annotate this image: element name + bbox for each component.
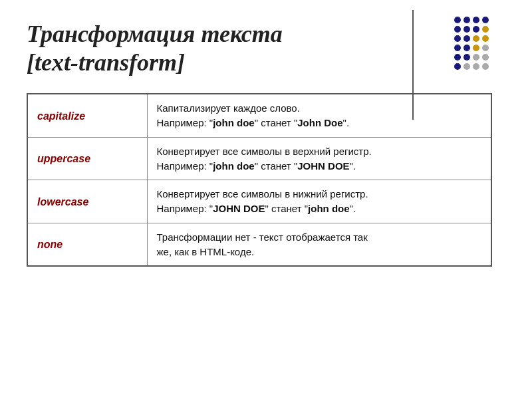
page: Трансформация текста [text-transform] ca… (0, 0, 532, 287)
desc-line1: Трансформации нет - текст отображается т… (157, 231, 368, 243)
keyword-cell: lowercase (27, 180, 147, 223)
keyword-cell: none (27, 223, 147, 266)
description-cell: Капитализирует каждое слово. Например: "… (147, 94, 491, 137)
table-row: capitalize Капитализирует каждое слово. … (27, 94, 491, 137)
title-line1: Трансформация текста (27, 21, 283, 47)
desc-line1: Конвертирует все символы в нижний регист… (157, 188, 368, 200)
description-cell: Конвертирует все символы в верхний регис… (147, 137, 491, 180)
description-cell: Трансформации нет - текст отображается т… (147, 223, 491, 266)
page-title: Трансформация текста [text-transform] (27, 20, 412, 77)
desc-line1: Капитализирует каждое слово. (157, 102, 300, 114)
keyword-label: lowercase (37, 196, 88, 207)
keyword-cell: uppercase (27, 137, 147, 180)
dot-grid-decoration (446, 13, 512, 93)
bold-after: john doe (308, 203, 350, 214)
desc-line2: же, как в HTML-коде. (157, 246, 255, 257)
table-row: uppercase Конвертирует все символы в вер… (27, 137, 491, 180)
keyword-cell: capitalize (27, 94, 147, 137)
bold-after: John Doe (297, 117, 342, 128)
bold-before: JOHN DOE (213, 203, 265, 214)
table-row: lowercase Конвертирует все символы в ниж… (27, 180, 491, 223)
desc-line2: Например: "john doe" станет "John Doe". (157, 117, 350, 128)
table-row: none Трансформации нет - текст отображае… (27, 223, 491, 266)
keyword-label: capitalize (37, 110, 85, 122)
vertical-divider (412, 10, 414, 120)
keyword-label: uppercase (37, 153, 90, 164)
description-cell: Конвертирует все символы в нижний регист… (147, 180, 491, 223)
desc-line1: Конвертирует все символы в верхний регис… (157, 146, 372, 157)
bold-after: JOHN DOE (297, 160, 349, 172)
bold-before: john doe (213, 117, 255, 128)
title-line2: [text-transform] (27, 49, 185, 76)
keyword-label: none (37, 239, 63, 250)
property-table: capitalize Капитализирует каждое слово. … (27, 93, 492, 267)
desc-line2: Например: "JOHN DOE" станет "john doe". (157, 203, 356, 214)
bold-before: john doe (213, 160, 255, 172)
desc-line2: Например: "john doe" станет "JOHN DOE". (157, 160, 356, 172)
